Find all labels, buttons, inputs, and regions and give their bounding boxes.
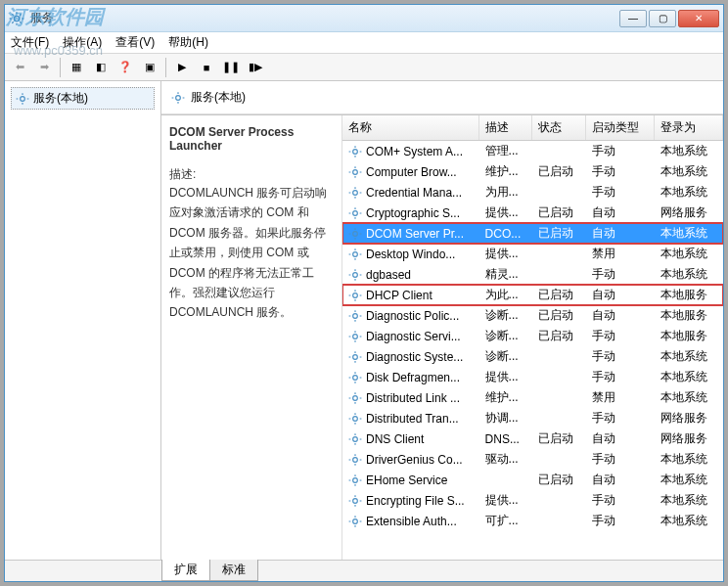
svg-point-4: [353, 169, 358, 174]
gear-icon: [348, 473, 362, 487]
service-row[interactable]: Cryptographic S...提供...已启动自动网络服务: [342, 203, 723, 223]
service-logon: 本地系统: [655, 346, 723, 367]
svg-point-3: [353, 149, 358, 154]
service-status: 已启动: [532, 305, 586, 326]
minimize-button[interactable]: —: [619, 10, 647, 27]
tab-extended[interactable]: 扩展: [161, 560, 210, 581]
service-row[interactable]: Distributed Link ...维护...禁用本地系统: [342, 387, 723, 408]
col-name[interactable]: 名称: [342, 115, 479, 140]
service-startup: 手动: [586, 490, 655, 511]
menu-view[interactable]: 查看(V): [115, 34, 155, 51]
service-logon: 网络服务: [655, 203, 723, 223]
menu-file[interactable]: 文件(F): [11, 34, 49, 51]
service-logon: 本地服务: [655, 285, 723, 305]
service-row[interactable]: DHCP Client为此...已启动自动本地服务: [342, 285, 723, 305]
toolbar-btn-2[interactable]: ◧: [90, 57, 112, 78]
service-row[interactable]: Distributed Tran...协调...手动网络服务: [342, 408, 723, 428]
service-row[interactable]: EHome Service已启动自动本地系统: [342, 470, 723, 490]
service-desc: 维护...: [479, 161, 533, 182]
toolbar-btn-3[interactable]: ❓: [114, 57, 136, 78]
service-row[interactable]: DriverGenius Co...驱动...手动本地系统: [342, 449, 723, 470]
service-name: DHCP Client: [366, 289, 432, 302]
restart-button[interactable]: ▮▶: [245, 57, 266, 78]
service-status: [532, 150, 586, 154]
service-status: [532, 519, 586, 523]
service-startup: 手动: [586, 346, 655, 367]
service-status: 已启动: [532, 223, 586, 244]
service-logon: 本地系统: [655, 264, 723, 285]
tree-root-label: 服务(本地): [33, 90, 88, 107]
col-status[interactable]: 状态: [532, 115, 586, 140]
service-logon: 网络服务: [655, 408, 723, 428]
service-name: Distributed Tran...: [366, 412, 459, 426]
service-row[interactable]: Encrypting File S...提供...手动本地系统: [342, 490, 723, 511]
service-desc: 提供...: [479, 367, 533, 387]
gear-icon: [348, 165, 362, 179]
col-logon[interactable]: 登录为: [655, 115, 723, 140]
service-status: [532, 499, 586, 503]
service-desc: 可扩...: [479, 511, 533, 531]
service-name: Diagnostic Syste...: [366, 350, 463, 364]
toolbar-btn-4[interactable]: ▣: [139, 57, 160, 78]
main-window: 服务 — ▢ ✕ 文件(F) 操作(A) 查看(V) 帮助(H) ⬅ ➡ ▦ ◧…: [4, 4, 724, 582]
service-desc: 协调...: [479, 408, 533, 428]
service-status: 已启动: [532, 203, 586, 223]
maximize-button[interactable]: ▢: [649, 10, 676, 27]
col-desc[interactable]: 描述: [479, 115, 533, 140]
gear-icon: [348, 206, 362, 220]
service-startup: 手动: [586, 182, 655, 203]
service-status: [532, 376, 586, 380]
toolbar-separator: [60, 58, 61, 77]
pause-button[interactable]: ❚❚: [220, 57, 242, 78]
svg-point-6: [353, 210, 358, 215]
service-name: EHome Service: [366, 473, 447, 487]
service-name: Disk Defragmen...: [366, 371, 460, 384]
service-logon: 本地系统: [655, 511, 723, 531]
service-row[interactable]: Desktop Windo...提供...禁用本地系统: [342, 244, 723, 264]
service-row[interactable]: DCOM Server Pr...DCO...已启动自动本地系统: [342, 223, 723, 244]
service-startup: 手动: [586, 161, 655, 182]
service-name: Distributed Link ...: [366, 391, 460, 405]
toolbar-btn-1[interactable]: ▦: [66, 57, 87, 78]
service-desc: 维护...: [479, 387, 533, 408]
service-row[interactable]: Extensible Auth...可扩...手动本地系统: [342, 511, 723, 531]
service-status: 已启动: [532, 428, 586, 449]
service-desc: 管理...: [479, 141, 533, 161]
service-row[interactable]: DNS ClientDNS...已启动自动网络服务: [342, 428, 723, 449]
service-row[interactable]: Diagnostic Polic...诊断...已启动自动本地服务: [342, 305, 723, 326]
service-row[interactable]: Credential Mana...为用...手动本地系统: [342, 182, 723, 203]
play-button[interactable]: ▶: [171, 57, 193, 78]
service-logon: 网络服务: [655, 428, 723, 449]
col-startup[interactable]: 启动类型: [586, 115, 655, 140]
service-startup: 自动: [586, 470, 655, 490]
svg-point-8: [353, 251, 358, 256]
menu-help[interactable]: 帮助(H): [168, 34, 208, 51]
tab-standard[interactable]: 标准: [209, 560, 258, 581]
close-button[interactable]: ✕: [678, 10, 719, 27]
service-row[interactable]: Computer Brow...维护...已启动手动本地系统: [342, 161, 723, 182]
svg-point-2: [176, 95, 181, 100]
window-title: 服务: [30, 10, 54, 26]
service-startup: 自动: [586, 305, 655, 326]
service-row[interactable]: dgbased精灵...手动本地系统: [342, 264, 723, 285]
service-row[interactable]: Diagnostic Servi...诊断...已启动手动本地服务: [342, 326, 723, 346]
tree-root-item[interactable]: 服务(本地): [11, 87, 155, 110]
service-startup: 禁用: [586, 244, 655, 264]
service-logon: 本地系统: [655, 161, 723, 182]
svg-point-11: [353, 313, 358, 318]
service-row[interactable]: Disk Defragmen...提供...手动本地系统: [342, 367, 723, 387]
svg-point-14: [353, 375, 358, 380]
right-header: 服务(本地): [161, 81, 723, 114]
menu-action[interactable]: 操作(A): [63, 34, 102, 51]
service-startup: 自动: [586, 428, 655, 449]
toolbar: ⬅ ➡ ▦ ◧ ❓ ▣ ▶ ■ ❚❚ ▮▶: [5, 54, 723, 81]
service-row[interactable]: COM+ System A...管理...手动本地系统: [342, 141, 723, 161]
service-startup: 手动: [586, 264, 655, 285]
service-name: Credential Mana...: [366, 186, 462, 200]
service-status: 已启动: [532, 326, 586, 346]
services-list[interactable]: 名称 描述 状态 启动类型 登录为 COM+ System A...管理...手…: [342, 115, 723, 560]
service-status: [532, 191, 586, 195]
stop-button[interactable]: ■: [196, 57, 217, 78]
service-name: Encrypting File S...: [366, 494, 465, 508]
service-row[interactable]: Diagnostic Syste...诊断...手动本地系统: [342, 346, 723, 367]
